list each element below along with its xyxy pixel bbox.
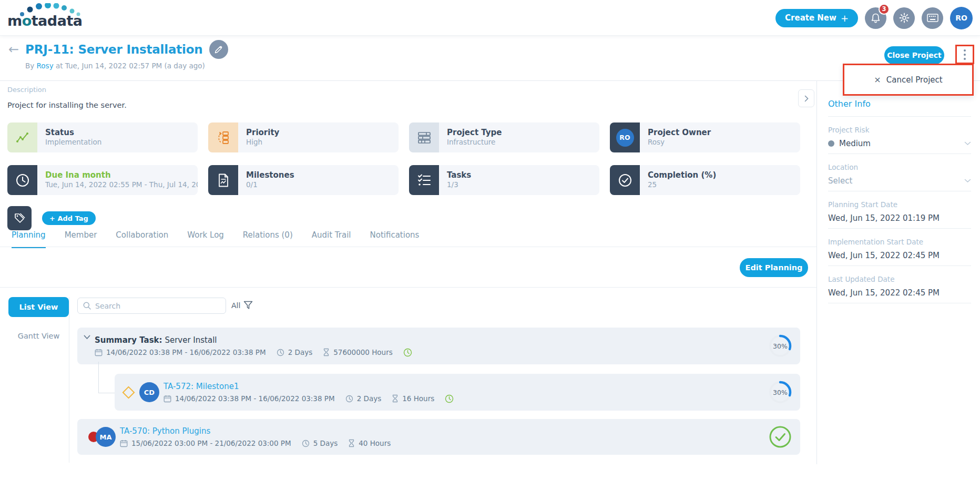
- search-input[interactable]: [95, 302, 220, 310]
- task-search: [77, 298, 226, 314]
- more-actions-button[interactable]: [955, 45, 974, 64]
- tab-notifications[interactable]: Notifications: [370, 230, 420, 248]
- planning-start-date-value: Wed, Jun 15, 2022 01:19 PM: [828, 213, 940, 223]
- task-dates: 15/06/2022 03:00 PM - 21/06/2022 03:00 P…: [131, 439, 291, 447]
- task-effort: 57600000 Hours: [333, 348, 393, 356]
- top-bar: motadata Create New+ 3: [0, 0, 980, 36]
- last-updated-date-label: Last Updated Date: [828, 275, 971, 283]
- notification-badge: 3: [879, 4, 890, 15]
- settings-button[interactable]: [893, 7, 915, 29]
- edit-title-button[interactable]: [209, 40, 228, 59]
- tab-collaboration[interactable]: Collaboration: [116, 230, 168, 248]
- timer-icon[interactable]: [445, 394, 454, 403]
- card-value: 25: [648, 180, 716, 190]
- project-risk-value: Medium: [839, 139, 871, 148]
- due-clock-icon: [7, 165, 37, 195]
- task-duration: 2 Days: [288, 348, 313, 356]
- tags-button[interactable]: [7, 206, 32, 230]
- completion-card: Completion (%) 25: [610, 165, 800, 195]
- page-title: PRJ-11: Server Installation: [25, 43, 202, 56]
- other-info-title: Other Info: [828, 99, 971, 117]
- gear-icon: [899, 13, 910, 23]
- summary-task-row[interactable]: Summary Task: Server Install 14/06/2022 …: [77, 328, 800, 364]
- edit-planning-button[interactable]: Edit Planning: [740, 258, 808, 277]
- page-title-row: ← PRJ-11: Server Installation: [8, 40, 228, 59]
- project-type-icon: [409, 122, 439, 152]
- task-duration: 2 Days: [357, 394, 382, 403]
- clock-icon: [345, 395, 353, 403]
- task-link[interactable]: TA-572: Milestone1: [164, 382, 454, 391]
- description-text: Project for installing the server.: [7, 101, 127, 109]
- completion-icon: [610, 165, 640, 195]
- card-value: Rosy: [648, 138, 711, 147]
- project-risk-select[interactable]: Medium: [828, 139, 971, 154]
- pencil-icon: [214, 45, 223, 54]
- tab-work-log[interactable]: Work Log: [187, 230, 224, 248]
- timer-icon[interactable]: [403, 348, 412, 357]
- status-icon: [7, 122, 37, 152]
- assignee-avatar: CD: [139, 382, 159, 402]
- byline: By Rosy at Tue, Jun 14, 2022 02:57 PM (a…: [25, 62, 205, 70]
- owner-avatar: RO: [616, 129, 634, 147]
- summary-task-title: Summary Task: Server Install: [95, 335, 412, 345]
- tab-relations[interactable]: Relations (0): [243, 230, 293, 248]
- task-effort: 40 Hours: [359, 439, 391, 447]
- author-link[interactable]: Rosy: [37, 62, 54, 70]
- create-new-button[interactable]: Create New+: [775, 9, 858, 27]
- card-title: Status: [45, 128, 101, 138]
- description-label: Description: [7, 86, 46, 94]
- task-effort: 16 Hours: [402, 394, 434, 403]
- calendar-icon: [120, 440, 128, 447]
- project-owner-card: RO Project Owner Rosy: [610, 122, 800, 152]
- gantt-view-button[interactable]: Gantt View: [8, 332, 69, 340]
- location-label: Location: [828, 163, 971, 171]
- cancel-project-menu-item[interactable]: Cancel Project: [886, 75, 943, 85]
- back-arrow-icon[interactable]: ←: [8, 43, 19, 56]
- calendar-icon: [164, 395, 171, 403]
- add-tag-button[interactable]: + Add Tag: [42, 211, 96, 225]
- calendar-icon: [95, 349, 103, 356]
- task-meta: 14/06/2022 03:38 PM - 16/06/2022 03:38 P…: [164, 394, 454, 403]
- sidebar-divider: [816, 80, 817, 464]
- list-view-button[interactable]: List View: [8, 297, 69, 317]
- close-project-button[interactable]: Close Project: [884, 46, 944, 64]
- card-title: Project Type: [447, 128, 502, 138]
- priority-card: Priority High: [208, 122, 399, 152]
- task-filter[interactable]: All: [231, 301, 253, 310]
- collapse-sidebar-button[interactable]: [798, 89, 814, 107]
- task-progress-ring: 30%: [768, 380, 792, 404]
- keyboard-icon: [927, 14, 938, 22]
- clock-icon: [302, 440, 310, 447]
- task-link[interactable]: TA-570: Python Plugins: [120, 426, 391, 436]
- app: motadata Create New+ 3: [0, 0, 980, 480]
- tab-member[interactable]: Member: [65, 230, 97, 248]
- tasks-card: Tasks 1/3: [409, 165, 599, 195]
- summary-task-meta: 14/06/2022 03:38 PM - 16/06/2022 03:38 P…: [95, 348, 412, 357]
- last-updated-date: Wed, Jun 15, 2022 02:45 PM: [828, 288, 971, 303]
- task-duration: 5 Days: [313, 439, 338, 447]
- search-icon: [83, 302, 91, 310]
- owner-avatar-icon: RO: [610, 122, 640, 152]
- chevron-right-icon: [804, 95, 809, 102]
- risk-dot-icon: [828, 140, 834, 147]
- task-row[interactable]: MA TA-570: Python Plugins 15/06/2022 03:…: [77, 419, 800, 455]
- other-info-panel: Other Info Project Risk Medium Location …: [828, 99, 971, 303]
- notifications-button[interactable]: 3: [865, 7, 886, 29]
- tab-audit-trail[interactable]: Audit Trail: [312, 230, 351, 248]
- milestone-task-row[interactable]: CD TA-572: Milestone1 14/06/2022 03:38 P…: [115, 374, 800, 411]
- collapse-task-chevron-icon[interactable]: [84, 335, 90, 340]
- task-dates: 14/06/2022 03:38 PM - 16/06/2022 03:38 P…: [175, 394, 335, 403]
- task-meta: 15/06/2022 03:00 PM - 21/06/2022 03:00 P…: [120, 439, 391, 447]
- tab-planning[interactable]: Planning: [12, 230, 46, 248]
- chevron-down-icon: [964, 141, 971, 146]
- status-card: Status Implementation: [7, 122, 198, 152]
- user-avatar[interactable]: RO: [950, 7, 973, 29]
- hourglass-icon: [392, 394, 399, 403]
- card-title: Project Owner: [648, 128, 711, 138]
- card-value: Infrastructure: [447, 138, 502, 147]
- card-title: Completion (%): [648, 170, 716, 180]
- card-value: Tue, Jun 14, 2022 02:55 PM - Thu, Jul 14…: [45, 180, 198, 190]
- keyboard-shortcuts-button[interactable]: [922, 7, 943, 29]
- location-select[interactable]: Select: [828, 176, 971, 191]
- project-risk-label: Project Risk: [828, 126, 971, 134]
